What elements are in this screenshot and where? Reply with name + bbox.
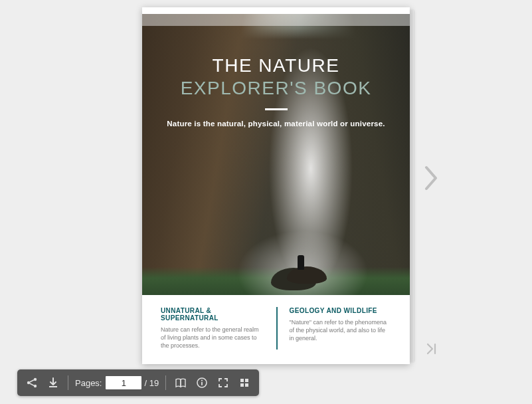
svg-line-4 bbox=[30, 380, 34, 382]
info-icon bbox=[196, 377, 208, 389]
last-page-icon bbox=[426, 343, 437, 355]
svg-point-3 bbox=[34, 385, 37, 387]
person-silhouette bbox=[298, 255, 304, 270]
cover-column-left: UNNATURAL & SUPERNATURAL Nature can refe… bbox=[161, 307, 276, 350]
thumbnail-grid-button[interactable] bbox=[236, 375, 252, 391]
toolbar-separator bbox=[68, 375, 68, 390]
fullscreen-icon bbox=[217, 377, 229, 389]
current-page-input[interactable] bbox=[106, 376, 141, 389]
svg-point-2 bbox=[34, 378, 37, 381]
cover-title-line1: THE NATURE bbox=[142, 55, 410, 76]
cover-column-right: GEOLOGY AND WILDLIFE "Nature" can refer … bbox=[276, 307, 392, 350]
book-cover: THE NATURE EXPLORER'S BOOK Nature is the… bbox=[142, 7, 410, 364]
download-button[interactable] bbox=[45, 375, 61, 391]
cover-divider bbox=[265, 108, 288, 110]
book-open-icon bbox=[175, 377, 187, 389]
reader-toolbar: Pages: / 19 bbox=[17, 369, 259, 396]
cover-column-body: "Nature" can refer to the phenomena of t… bbox=[290, 318, 392, 342]
cover-column-heading: GEOLOGY AND WILDLIFE bbox=[290, 307, 392, 314]
hero-top-strip bbox=[142, 14, 410, 26]
page-total: / 19 bbox=[144, 378, 159, 388]
svg-rect-13 bbox=[245, 383, 248, 387]
cover-columns: UNNATURAL & SUPERNATURAL Nature can refe… bbox=[142, 295, 410, 364]
pages-label: Pages: bbox=[75, 378, 102, 388]
toolbar-separator bbox=[165, 375, 166, 390]
share-icon bbox=[26, 377, 38, 389]
cover-heading-block: THE NATURE EXPLORER'S BOOK Nature is the… bbox=[142, 55, 410, 128]
cover-subtitle: Nature is the natural, physical, materia… bbox=[142, 120, 410, 128]
svg-rect-9 bbox=[201, 382, 203, 385]
svg-rect-6 bbox=[49, 386, 57, 387]
reader-stage: THE NATURE EXPLORER'S BOOK Nature is the… bbox=[0, 0, 532, 404]
cover-hero: THE NATURE EXPLORER'S BOOK Nature is the… bbox=[142, 14, 410, 295]
svg-line-5 bbox=[30, 383, 34, 385]
next-page-button[interactable] bbox=[424, 165, 440, 194]
svg-rect-12 bbox=[240, 383, 244, 387]
info-button[interactable] bbox=[194, 375, 210, 391]
book-view-button[interactable] bbox=[173, 375, 189, 391]
fullscreen-button[interactable] bbox=[215, 375, 231, 391]
share-button[interactable] bbox=[24, 375, 40, 391]
download-icon bbox=[47, 377, 59, 389]
last-page-button[interactable] bbox=[426, 343, 437, 357]
svg-point-8 bbox=[201, 379, 203, 381]
svg-rect-10 bbox=[240, 379, 244, 382]
svg-rect-11 bbox=[245, 379, 248, 382]
cover-column-heading: UNNATURAL & SUPERNATURAL bbox=[161, 307, 264, 322]
cover-column-body: Nature can refer to the general realm of… bbox=[161, 326, 264, 350]
grid-icon bbox=[238, 377, 250, 389]
cover-title-line2: EXPLORER'S BOOK bbox=[142, 78, 410, 99]
chevron-right-icon bbox=[424, 165, 440, 191]
